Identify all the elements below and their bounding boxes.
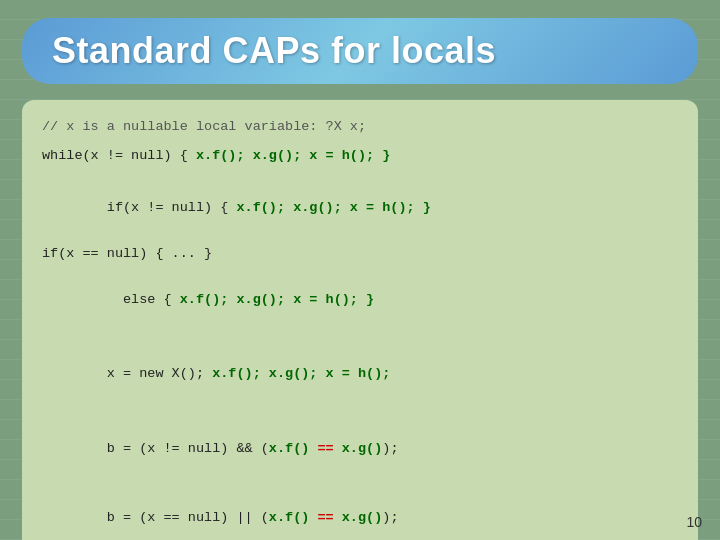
b-line2-body2: x.g() [342, 510, 383, 525]
b-line2-body1: x.f() [269, 510, 310, 525]
if-line1-body: x.f(); x.g(); x = h(); } [228, 200, 431, 215]
page-number: 10 [686, 514, 702, 530]
code-assign-section: x = new X(); x.f(); x.g(); x = h(); [42, 340, 678, 409]
title-bar: Standard CAPs for locals [22, 18, 698, 84]
b-line2-end: ); [382, 510, 398, 525]
if-line1-pre: if(x != null) { [107, 200, 229, 215]
if-line2: if(x == null) { ... } [42, 243, 678, 266]
else-body: x.f(); x.g(); x = h(); } [172, 292, 375, 307]
assign-line: x = new X(); x.f(); x.g(); x = h(); [42, 340, 678, 409]
b-line1-eq: == [309, 441, 341, 456]
code-if-section: if(x != null) { x.f(); x.g(); x = h(); }… [42, 174, 678, 335]
b-line1-pre: b = (x != null) && ( [107, 441, 269, 456]
b-line2-eq: == [309, 510, 341, 525]
code-box: // x is a nullable local variable: ?X x;… [22, 100, 698, 540]
assign-pre: x = new X(); [107, 366, 204, 381]
b-line1-end: ); [382, 441, 398, 456]
code-comment-section: // x is a nullable local variable: ?X x; [42, 116, 678, 139]
else-pre: else { [107, 292, 172, 307]
slide-title: Standard CAPs for locals [52, 30, 496, 71]
if-line1: if(x != null) { x.f(); x.g(); x = h(); } [42, 174, 678, 243]
while-pre: while(x != null) { [42, 148, 188, 163]
b-line2: b = (x == null) || (x.f() == x.g()); [42, 484, 678, 540]
b-line1: b = (x != null) && (x.f() == x.g()); [42, 415, 678, 484]
assign-body: x.f(); x.g(); x = h(); [204, 366, 390, 381]
b-line1-body1: x.f() [269, 441, 310, 456]
comment-line: // x is a nullable local variable: ?X x; [42, 116, 678, 139]
while-line: while(x != null) { x.f(); x.g(); x = h()… [42, 145, 678, 168]
else-line: else { x.f(); x.g(); x = h(); } [42, 266, 678, 335]
while-body: x.f(); x.g(); x = h(); } [188, 148, 391, 163]
code-while-section: while(x != null) { x.f(); x.g(); x = h()… [42, 145, 678, 168]
b-line1-body2: x.g() [342, 441, 383, 456]
code-b-section: b = (x != null) && (x.f() == x.g()); b =… [42, 415, 678, 540]
slide-container: Standard CAPs for locals // x is a nulla… [0, 0, 720, 540]
b-line2-pre: b = (x == null) || ( [107, 510, 269, 525]
